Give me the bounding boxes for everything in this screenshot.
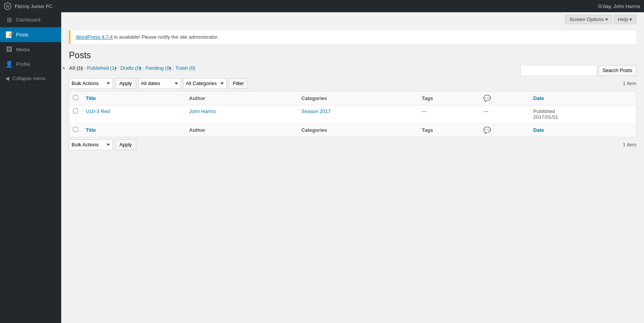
comments-value: — <box>483 108 488 114</box>
row-checkbox-cell <box>69 105 82 123</box>
row-comments-cell: — <box>479 105 529 123</box>
post-status: Published <box>533 108 632 114</box>
th-author: Author <box>185 91 298 105</box>
search-box: Search Posts <box>520 65 636 76</box>
filter-trash: Trash (0) <box>175 65 195 71</box>
th-comments: 💬 <box>479 91 529 105</box>
top-apply-button[interactable]: Apply <box>115 78 136 89</box>
tags-value: — <box>422 108 427 114</box>
sidebar-label-posts: Posts <box>16 32 29 38</box>
sidebar: ⊞ Dashboard 📝 Posts 🖼 Media 👤 Profile ◀ … <box>0 12 61 323</box>
filter-row: Search Posts All (1) | Published (1) | D… <box>69 65 636 78</box>
posts-table: Title Author Categories Tags 💬 Date <box>69 91 636 137</box>
filter-published-link[interactable]: Published (1) <box>87 65 116 71</box>
sidebar-label-profile: Profile <box>16 61 30 67</box>
filter-pending-link[interactable]: Pending (0) <box>145 65 171 71</box>
table-footer-row: Title Author Categories Tags 💬 Date <box>69 123 636 137</box>
tfoot-th-date: Date <box>530 123 636 137</box>
sidebar-item-posts[interactable]: 📝 Posts <box>0 27 61 42</box>
tfoot-title-sort-link[interactable]: Title <box>86 127 96 133</box>
th-checkbox <box>69 91 82 105</box>
bottom-bulk-actions-select[interactable]: Bulk Actions Edit Move to Trash <box>69 139 113 150</box>
date-sort-link[interactable]: Date <box>533 95 544 101</box>
tfoot-th-tags: Tags <box>418 123 479 137</box>
sidebar-item-dashboard[interactable]: ⊞ Dashboard <box>0 12 61 27</box>
dashboard-icon: ⊞ <box>5 16 13 23</box>
bottom-apply-button[interactable]: Apply <box>115 139 136 150</box>
date-value-cell: Published 2017/01/01 <box>533 108 632 120</box>
sidebar-label-media: Media <box>16 47 29 52</box>
notice-message: is available! Please notify the site adm… <box>113 34 219 40</box>
filter-button[interactable]: Filter <box>229 78 248 89</box>
notice-text: WordPress 4.7.4 is available! Please not… <box>76 34 218 40</box>
help-button[interactable]: Help ▾ <box>614 15 636 24</box>
dates-filter-select[interactable]: All dates January 2017 <box>139 78 181 89</box>
top-tablenav: Bulk Actions Edit Move to Trash Apply Al… <box>69 78 636 89</box>
tfoot-checkbox <box>69 123 82 137</box>
post-title-link[interactable]: U10-3 Red <box>86 108 110 114</box>
collapse-arrow-icon: ◀ <box>5 75 9 81</box>
table-row: U10-3 Red John Harms Season 2017 — — <box>69 105 636 123</box>
row-categories-cell: Season 2017 <box>298 105 418 123</box>
svg-text:W: W <box>6 4 10 8</box>
profile-icon: 👤 <box>5 61 13 68</box>
tfoot-th-comments: 💬 <box>479 123 529 137</box>
filter-trash-link[interactable]: Trash (0) <box>175 65 195 71</box>
row-date-cell: Published 2017/01/01 <box>530 105 636 123</box>
top-bulk-actions-select[interactable]: Bulk Actions Edit Move to Trash <box>69 78 113 89</box>
tfoot-th-title: Title <box>82 123 185 137</box>
categories-filter-select[interactable]: All Categories Season 2017 <box>183 78 227 89</box>
post-category-link[interactable]: Season 2017 <box>302 108 331 114</box>
post-date: 2017/01/01 <box>533 114 632 120</box>
th-categories: Categories <box>298 91 418 105</box>
tfoot-th-categories: Categories <box>298 123 418 137</box>
top-item-count: 1 item <box>623 80 636 86</box>
screen-options-button[interactable]: Screen Options ▾ <box>565 15 612 24</box>
filter-drafts-link[interactable]: Drafts (0) <box>121 65 141 71</box>
table-foot: Title Author Categories Tags 💬 Date <box>69 123 636 137</box>
row-tags-cell: — <box>418 105 479 123</box>
comments-icon: 💬 <box>483 95 491 102</box>
page-title: Posts <box>69 50 636 61</box>
sidebar-item-profile[interactable]: 👤 Profile <box>0 57 61 72</box>
collapse-menu-button[interactable]: ◀ Collapse menu <box>0 72 61 85</box>
table-head: Title Author Categories Tags 💬 Date <box>69 91 636 105</box>
posts-icon: 📝 <box>5 31 13 38</box>
select-all-bottom-checkbox[interactable] <box>73 127 78 132</box>
title-sort-link[interactable]: Title <box>86 95 96 101</box>
row-author-cell: John Harms <box>185 105 298 123</box>
tfoot-th-author: Author <box>185 123 298 137</box>
table-header-row: Title Author Categories Tags 💬 Date <box>69 91 636 105</box>
search-input[interactable] <box>520 65 597 76</box>
sidebar-item-media[interactable]: 🖼 Media <box>0 42 61 57</box>
tfoot-date-sort-link[interactable]: Date <box>533 127 544 133</box>
tfoot-comments-icon: 💬 <box>483 127 491 133</box>
site-name: Fitzroy Junior FC <box>15 3 52 9</box>
row-title-cell: U10-3 Red <box>82 105 185 123</box>
greeting-text: G'day, John Harms <box>598 3 640 9</box>
select-all-checkbox[interactable] <box>73 95 78 100</box>
th-tags: Tags <box>418 91 479 105</box>
filter-links: All (1) | Published (1) | Drafts (0) | P… <box>69 65 520 71</box>
wp-logo-icon: W <box>4 2 11 10</box>
row-checkbox[interactable] <box>73 108 78 113</box>
update-notice: WordPress 4.7.4 is available! Please not… <box>69 30 636 44</box>
screen-meta-links: Screen Options ▾ Help ▾ <box>61 12 644 26</box>
filter-trash-count: (0) <box>189 65 196 71</box>
media-icon: 🖼 <box>5 46 13 53</box>
sidebar-label-dashboard: Dashboard <box>16 17 41 23</box>
bottom-tablenav: Bulk Actions Edit Move to Trash Apply 1 … <box>69 139 636 150</box>
admin-bar: W Fitzroy Junior FC G'day, John Harms <box>0 0 644 12</box>
notice-link[interactable]: WordPress 4.7.4 <box>76 34 113 40</box>
th-title: Title <box>82 91 185 105</box>
collapse-menu-label: Collapse menu <box>12 75 46 81</box>
search-posts-button[interactable]: Search Posts <box>598 65 636 76</box>
table-body: U10-3 Red John Harms Season 2017 — — <box>69 105 636 123</box>
th-date: Date <box>530 91 636 105</box>
bottom-item-count: 1 item <box>623 142 636 148</box>
post-author-link[interactable]: John Harms <box>189 108 216 114</box>
